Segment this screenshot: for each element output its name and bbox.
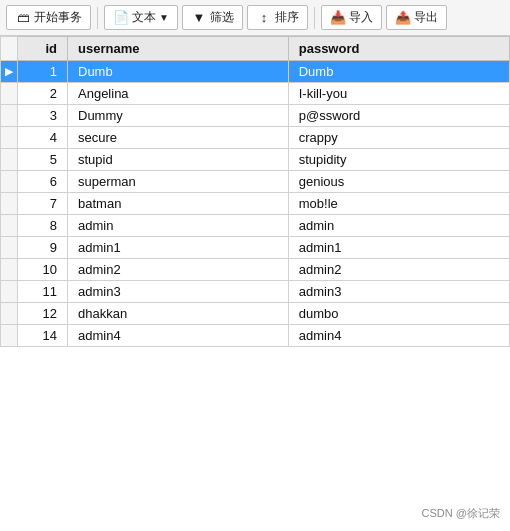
cell-password: dumbo (288, 303, 509, 325)
text-icon: 📄 (113, 10, 129, 26)
import-icon: 📥 (330, 10, 346, 26)
table-header: id username password (1, 37, 510, 61)
table-row[interactable]: 8adminadmin (1, 215, 510, 237)
cell-id: 5 (18, 149, 68, 171)
cell-username: stupid (68, 149, 289, 171)
btn-import-label: 导入 (349, 9, 373, 26)
header-username: username (68, 37, 289, 61)
table-row[interactable]: 2AngelinaI-kill-you (1, 83, 510, 105)
row-indicator (1, 171, 18, 193)
watermark: CSDN @徐记荣 (422, 506, 500, 521)
btn-sort[interactable]: ↕ 排序 (247, 5, 308, 30)
header-indicator (1, 37, 18, 61)
row-indicator (1, 193, 18, 215)
row-indicator (1, 281, 18, 303)
cell-username: secure (68, 127, 289, 149)
cell-id: 11 (18, 281, 68, 303)
table-row[interactable]: 6supermangenious (1, 171, 510, 193)
cell-password: p@ssword (288, 105, 509, 127)
cell-username: admin4 (68, 325, 289, 347)
cell-id: 3 (18, 105, 68, 127)
row-indicator (1, 303, 18, 325)
cell-username: admin1 (68, 237, 289, 259)
header-id: id (18, 37, 68, 61)
btn-filter-label: 筛选 (210, 9, 234, 26)
table-row[interactable]: 3Dummyp@ssword (1, 105, 510, 127)
btn-transaction[interactable]: 🗃 开始事务 (6, 5, 91, 30)
row-indicator (1, 105, 18, 127)
cell-password: admin2 (288, 259, 509, 281)
row-indicator (1, 149, 18, 171)
cell-password: genious (288, 171, 509, 193)
transaction-icon: 🗃 (15, 10, 31, 26)
row-indicator (1, 237, 18, 259)
cell-id: 4 (18, 127, 68, 149)
header-password: password (288, 37, 509, 61)
sort-icon: ↕ (256, 10, 272, 26)
cell-username: admin2 (68, 259, 289, 281)
cell-username: Dumb (68, 61, 289, 83)
row-indicator (1, 127, 18, 149)
table-body: ▶1DumbDumb2AngelinaI-kill-you3Dummyp@ssw… (1, 61, 510, 347)
cell-password: I-kill-you (288, 83, 509, 105)
btn-text-label: 文本 (132, 9, 156, 26)
btn-export[interactable]: 📤 导出 (386, 5, 447, 30)
cell-password: stupidity (288, 149, 509, 171)
text-dropdown-arrow: ▼ (159, 12, 169, 23)
btn-filter[interactable]: ▼ 筛选 (182, 5, 243, 30)
cell-password: admin (288, 215, 509, 237)
cell-id: 1 (18, 61, 68, 83)
table-row[interactable]: 4securecrappy (1, 127, 510, 149)
table-row[interactable]: ▶1DumbDumb (1, 61, 510, 83)
table-row[interactable]: 5stupidstupidity (1, 149, 510, 171)
table-row[interactable]: 10admin2admin2 (1, 259, 510, 281)
cell-id: 12 (18, 303, 68, 325)
row-indicator: ▶ (1, 61, 18, 83)
btn-text[interactable]: 📄 文本 ▼ (104, 5, 178, 30)
cell-id: 2 (18, 83, 68, 105)
cell-username: superman (68, 171, 289, 193)
cell-username: Dummy (68, 105, 289, 127)
cell-id: 14 (18, 325, 68, 347)
data-table: id username password ▶1DumbDumb2Angelina… (0, 36, 510, 347)
row-indicator (1, 83, 18, 105)
cell-id: 9 (18, 237, 68, 259)
cell-password: crappy (288, 127, 509, 149)
btn-export-label: 导出 (414, 9, 438, 26)
cell-password: admin4 (288, 325, 509, 347)
separator-1 (97, 7, 98, 29)
cell-password: mob!le (288, 193, 509, 215)
cell-username: dhakkan (68, 303, 289, 325)
btn-import[interactable]: 📥 导入 (321, 5, 382, 30)
filter-icon: ▼ (191, 10, 207, 26)
btn-transaction-label: 开始事务 (34, 9, 82, 26)
cell-password: admin3 (288, 281, 509, 303)
table-row[interactable]: 12dhakkandumbo (1, 303, 510, 325)
cell-id: 7 (18, 193, 68, 215)
separator-2 (314, 7, 315, 29)
header-row: id username password (1, 37, 510, 61)
cell-username: batman (68, 193, 289, 215)
table-row[interactable]: 11admin3admin3 (1, 281, 510, 303)
export-icon: 📤 (395, 10, 411, 26)
btn-sort-label: 排序 (275, 9, 299, 26)
cell-username: Angelina (68, 83, 289, 105)
cell-id: 6 (18, 171, 68, 193)
cell-username: admin3 (68, 281, 289, 303)
row-indicator (1, 215, 18, 237)
table-row[interactable]: 9admin1admin1 (1, 237, 510, 259)
cell-id: 8 (18, 215, 68, 237)
table-row[interactable]: 14admin4admin4 (1, 325, 510, 347)
cell-password: admin1 (288, 237, 509, 259)
cell-id: 10 (18, 259, 68, 281)
row-indicator (1, 325, 18, 347)
cell-username: admin (68, 215, 289, 237)
row-indicator (1, 259, 18, 281)
toolbar: 🗃 开始事务 📄 文本 ▼ ▼ 筛选 ↕ 排序 📥 导入 📤 导出 (0, 0, 510, 36)
table-container: id username password ▶1DumbDumb2Angelina… (0, 36, 510, 531)
table-row[interactable]: 7batmanmob!le (1, 193, 510, 215)
cell-password: Dumb (288, 61, 509, 83)
